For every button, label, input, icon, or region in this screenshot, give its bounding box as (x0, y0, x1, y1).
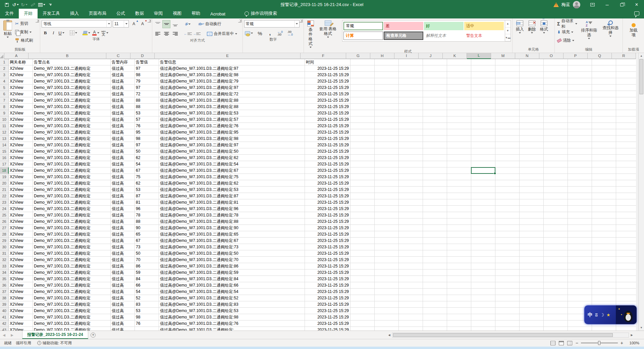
cell-M8[interactable] (495, 104, 520, 110)
cell-N23[interactable] (520, 199, 544, 206)
cell-D3[interactable]: 98 (135, 72, 159, 78)
cell-L24[interactable] (471, 206, 495, 212)
cell-K35[interactable] (447, 276, 471, 282)
cell-I36[interactable] (399, 282, 423, 289)
cell-E22[interactable]: 值过高@Demo_W7.1001.D3.二通阀给定:87 (159, 193, 305, 199)
cell-G13[interactable] (351, 136, 375, 142)
cell-E30[interactable]: 值过高@Demo_W7.1001.D3.二通阀给定:73 (159, 244, 305, 250)
cell-J42[interactable] (423, 320, 447, 327)
cell-H2[interactable] (375, 65, 399, 72)
font-name-combo[interactable]: 等线 (42, 20, 111, 28)
column-header-R[interactable]: R (612, 53, 636, 59)
cell-J30[interactable] (423, 244, 447, 250)
cell-I19[interactable] (399, 174, 423, 180)
zoom-percentage[interactable]: 100% (627, 341, 639, 345)
cell-E3[interactable]: 值过高@Demo_W7.1001.D3.二通阀给定:98 (159, 72, 305, 78)
cell-I33[interactable] (399, 263, 423, 269)
scroll-right-arrow[interactable]: ▶ (629, 334, 635, 337)
cell-R17[interactable] (616, 161, 636, 167)
cell-O4[interactable] (544, 78, 568, 85)
cell-L9[interactable] (471, 110, 495, 116)
customize-qat-button[interactable] (46, 1, 54, 8)
row-header-15[interactable]: 15 (0, 148, 9, 155)
cell-O36[interactable] (544, 282, 568, 289)
cell-J37[interactable] (423, 289, 447, 295)
dialog-launcher-icon[interactable] (148, 19, 151, 22)
cell-K41[interactable] (447, 314, 471, 320)
cell-C22[interactable]: 值过高 (111, 193, 135, 199)
cell-O34[interactable] (544, 269, 568, 276)
cell-Q36[interactable] (592, 282, 616, 289)
cell-N42[interactable] (520, 320, 544, 327)
cell-H21[interactable] (375, 187, 399, 193)
cell-J20[interactable] (423, 180, 447, 187)
cell-H27[interactable] (375, 225, 399, 231)
cell-L18[interactable] (471, 167, 495, 174)
cell-R31[interactable] (616, 250, 636, 257)
style-normal[interactable]: 常规 (343, 22, 383, 30)
cell-O2[interactable] (544, 65, 568, 72)
cell-Q6[interactable] (592, 91, 616, 97)
cell-L5[interactable] (471, 85, 495, 91)
cell-B27[interactable]: Demo_W7.1001.D3.二通阀给定 (33, 225, 111, 231)
cell-F42[interactable]: 2023-11-25 15:29 (305, 320, 351, 327)
cell-P27[interactable] (568, 225, 592, 231)
cell-H35[interactable] (375, 276, 399, 282)
cell-E16[interactable]: 值过高@Demo_W7.1001.D3.二通阀给定:62 (159, 155, 305, 161)
tab-review[interactable]: 审阅 (149, 9, 168, 18)
cell-A43[interactable]: X2View (9, 327, 33, 331)
cell-H6[interactable] (375, 91, 399, 97)
cell-H15[interactable] (375, 148, 399, 155)
cell-O3[interactable] (544, 72, 568, 78)
row-header-37[interactable]: 37 (0, 289, 9, 295)
cell-L27[interactable] (471, 225, 495, 231)
select-all-corner[interactable] (0, 53, 4, 59)
cell-P7[interactable] (568, 97, 592, 104)
cell-G29[interactable] (351, 238, 375, 244)
cell-F24[interactable]: 2023-11-25 15:29 (305, 206, 351, 212)
cell-D27[interactable]: 90 (135, 225, 159, 231)
cell-D39[interactable]: 83 (135, 301, 159, 308)
cell-I37[interactable] (399, 289, 423, 295)
cell-O43[interactable] (544, 327, 568, 331)
format-as-table-button[interactable]: 套用 表格格式 (316, 19, 340, 39)
cell-D2[interactable]: 97 (135, 65, 159, 72)
cell-O29[interactable] (544, 238, 568, 244)
borders-button[interactable] (69, 29, 78, 37)
cell-R19[interactable] (616, 174, 636, 180)
trophy-icon[interactable]: ★ (606, 312, 610, 317)
cell-I12[interactable] (399, 129, 423, 136)
cell-I8[interactable] (399, 104, 423, 110)
cell-N41[interactable] (520, 314, 544, 320)
conditional-formatting-button[interactable]: 条件格式 (305, 19, 316, 49)
cell-M34[interactable] (495, 269, 520, 276)
align-right-button[interactable] (171, 30, 179, 38)
cell-R16[interactable] (616, 155, 636, 161)
row-header-17[interactable]: 17 (0, 161, 9, 167)
dialog-launcher-icon[interactable] (36, 19, 39, 22)
cell-C2[interactable]: 值过高 (111, 65, 135, 72)
cell-G22[interactable] (351, 193, 375, 199)
cell-F37[interactable]: 2023-11-25 15:29 (305, 289, 351, 295)
cell-R7[interactable] (616, 97, 636, 104)
cell-L17[interactable] (471, 161, 495, 167)
cut-button[interactable]: ✂剪切 (14, 19, 34, 28)
cell-L12[interactable] (471, 129, 495, 136)
cell-H43[interactable] (375, 327, 399, 331)
format-cells-button[interactable]: 格式 (538, 19, 550, 35)
tab-help[interactable]: 帮助 (186, 9, 205, 18)
insert-cells-button[interactable]: 插入 (514, 19, 526, 35)
cell-Q22[interactable] (592, 193, 616, 199)
cell-Q18[interactable] (592, 167, 616, 174)
cell-J12[interactable] (423, 129, 447, 136)
cell-M21[interactable] (495, 187, 520, 193)
cell-R12[interactable] (616, 129, 636, 136)
column-header-E[interactable]: E (155, 53, 301, 59)
cell-Q28[interactable] (592, 231, 616, 238)
cell-F38[interactable]: 2023-11-25 15:29 (305, 295, 351, 301)
cell-J22[interactable] (423, 193, 447, 199)
cell-L6[interactable] (471, 91, 495, 97)
cell-H33[interactable] (375, 263, 399, 269)
cell-E4[interactable]: 值过高@Demo_W7.1001.D3.二通阀给定:79 (159, 78, 305, 85)
cell-B18[interactable]: Demo_W7.1001.D3.二通阀给定 (33, 167, 111, 174)
